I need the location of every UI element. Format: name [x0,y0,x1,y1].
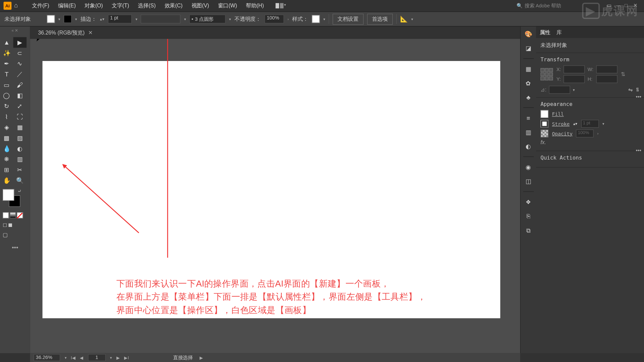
menu-window[interactable]: 窗口(W) [213,0,241,11]
align-icon[interactable]: 📐 [400,15,408,22]
last-artboard-icon[interactable]: ▶I [124,355,129,360]
home-icon[interactable]: ⌂ [14,2,22,10]
opacity-label-panel[interactable]: Opacity [552,131,573,136]
style-dd[interactable]: ▾ [323,17,325,21]
gradient-mode-icon[interactable] [10,212,16,218]
hand-tool[interactable]: ✋ [0,175,13,186]
var-width-profile[interactable] [141,15,180,23]
fill-label[interactable]: Fill [552,111,564,117]
stroke-weight-dd[interactable]: ▾ [136,17,137,21]
reference-point-icon[interactable] [540,68,553,80]
symbols-panel-icon[interactable]: ♣ [524,93,533,102]
artboard-tool[interactable]: ⊞ [0,165,13,175]
column-graph-tool[interactable]: ▥ [13,154,27,165]
stroke-weight-input[interactable]: 1 pt [108,15,132,23]
opacity-more-icon[interactable]: › [287,17,289,21]
type-tool[interactable]: T [0,69,13,80]
opacity-swatch-panel[interactable] [540,129,548,137]
first-artboard-icon[interactable]: I◀ [71,355,75,360]
menu-effect[interactable]: 效果(C) [160,0,187,11]
menu-file[interactable]: 文件(F) [28,0,54,11]
rotate-tool[interactable]: ↻ [0,101,13,112]
asset-export-panel-icon[interactable]: ⎘ [524,211,533,221]
stroke-dd-icon[interactable]: ▾ [75,17,77,21]
zoom-select[interactable]: 36.26% [34,354,60,361]
opacity-panel-input[interactable]: 100% [576,129,594,137]
layers-panel-icon[interactable]: ❖ [524,197,533,207]
fill-dd-icon[interactable]: ▾ [58,17,60,21]
fill-swatch-panel[interactable] [540,110,548,118]
flip-v-icon[interactable]: ⥮ [635,86,640,93]
blend-tool[interactable]: ◐ [13,143,27,154]
toolbox-collapse-icon[interactable]: « ✕ [0,28,30,33]
color-panel-icon[interactable]: 🎨 [524,29,533,39]
menu-help[interactable]: 帮助(H) [241,0,268,11]
shape-builder-tool[interactable]: ◈ [0,122,13,133]
status-more-icon[interactable]: ▶ [200,355,203,360]
fill-stroke-control[interactable]: ⤾ [3,189,20,207]
menu-edit[interactable]: 编辑(E) [54,0,80,11]
maximize-icon[interactable]: □ [625,3,632,9]
appearance-more-icon[interactable]: ••• [636,147,641,153]
line-tool[interactable]: ／ [13,69,27,80]
fill-swatch[interactable] [47,15,55,23]
artboards-panel-icon[interactable]: ⧉ [524,226,533,235]
appearance-panel-icon[interactable]: ◉ [524,162,533,172]
none-mode-icon[interactable] [17,212,23,218]
mesh-tool[interactable]: ▩ [0,133,13,143]
free-transform-tool[interactable]: ⛶ [13,111,27,122]
brush-def-input[interactable]: •3 点圆形 [189,15,225,23]
next-artboard-icon[interactable]: ▶ [116,355,120,360]
stroke-panel-dd[interactable]: ▾ [602,122,604,126]
perspective-tool[interactable]: ▦ [13,122,27,133]
direct-selection-tool[interactable]: ▶ [13,37,27,48]
zoom-dd[interactable]: ▾ [65,356,66,360]
transparency-panel-icon[interactable]: ◐ [524,141,533,151]
brush-dd[interactable]: ▾ [229,17,231,21]
magic-wand-tool[interactable]: ✨ [0,48,13,58]
foreground-swatch[interactable] [3,189,14,200]
w-input[interactable] [596,65,617,73]
flip-h-icon[interactable]: ⇋ [628,86,633,93]
close-tab-icon[interactable]: ✕ [88,29,93,36]
search-box[interactable]: 🔍 搜索 Adobe 帮助 [517,2,561,9]
curvature-tool[interactable]: ∿ [13,58,27,69]
gradient-panel-icon[interactable]: ▥ [524,127,533,137]
doc-window-icon[interactable]: ▭ [607,3,614,9]
scale-tool[interactable]: ⤢ [13,101,27,112]
fx-label[interactable]: fx. [540,139,546,145]
eraser-tool[interactable]: ◧ [13,90,27,101]
angle-dd[interactable]: ▾ [573,88,575,92]
prefs-button[interactable]: 首选项 [367,13,392,24]
tab-properties[interactable]: 属性 [540,28,550,36]
stroke-stepper-panel[interactable]: ▴▾ [573,122,578,126]
document-tab[interactable]: 36.26% (RGB/预览) ✕ [34,27,97,38]
width-tool[interactable]: ⌇ [0,111,13,122]
menu-select[interactable]: 选择(S) [133,0,160,11]
swap-colors-icon[interactable]: ⤾ [18,188,21,193]
stroke-weight-panel-input[interactable]: 1 pt [581,120,599,128]
prev-artboard-icon[interactable]: ◀ [80,355,84,360]
symbol-sprayer-tool[interactable]: ❋ [0,154,13,165]
edit-toolbar-icon[interactable]: ••• [0,244,30,251]
minimize-icon[interactable]: — [616,3,623,9]
gradient-tool[interactable]: ▨ [13,133,27,143]
zoom-tool[interactable]: 🔍 [13,175,27,186]
paintbrush-tool[interactable]: 🖌 [13,79,27,90]
align-dd[interactable]: ▾ [411,17,413,21]
link-wh-icon[interactable]: ⇅ [621,71,625,77]
brushes-panel-icon[interactable]: ✿ [524,78,533,88]
eyedropper-tool[interactable]: 💧 [0,143,13,154]
tab-libraries[interactable]: 库 [556,28,562,36]
y-input[interactable] [564,75,585,83]
menu-object[interactable]: 对象(O) [80,0,107,11]
opacity-panel-dd[interactable]: › [597,131,599,135]
stroke-panel-icon[interactable]: ≡ [524,113,533,123]
arrange-docs-icon[interactable]: ▾ [275,3,286,8]
pen-tool[interactable]: ✒ [0,58,13,69]
shaper-tool[interactable]: ◯ [0,90,13,101]
color-mode-icon[interactable] [3,212,9,218]
stroke-stepper-icon[interactable]: ▴▾ [100,17,104,21]
graphic-styles-panel-icon[interactable]: ◫ [524,176,533,186]
stroke-swatch[interactable] [64,15,72,23]
